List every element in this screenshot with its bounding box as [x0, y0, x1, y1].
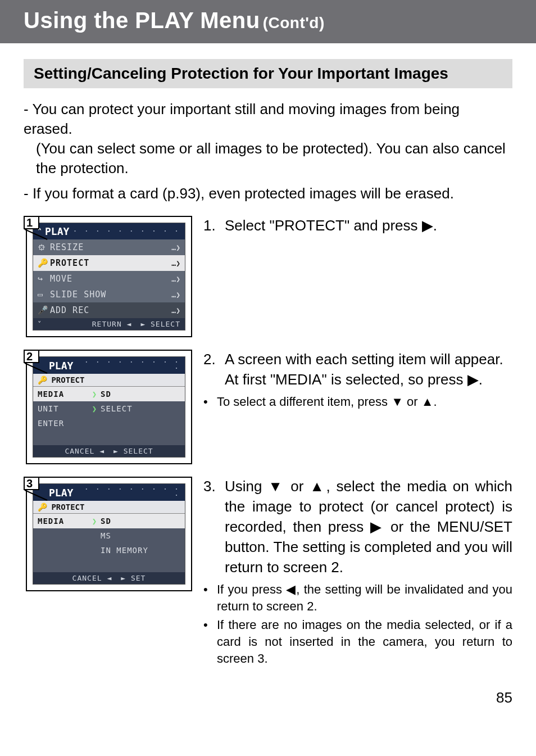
lcd2-header: PLAY · · · · · · · · · · [33, 357, 185, 374]
footer-cancel: CANCEL ◄ [65, 447, 105, 455]
footer-return: RETURN ◄ [92, 320, 132, 328]
key-icon: 🔑 [38, 503, 47, 511]
page-title-main: Using the PLAY Menu [24, 8, 260, 33]
row-label: MEDIA [38, 517, 88, 526]
blank-row [33, 431, 185, 445]
row-unit: UNIT ❯ SELECT [33, 401, 185, 416]
chevron-right-icon: ❯ [88, 404, 101, 413]
key-icon: 🔑 [38, 258, 50, 268]
footer-select: ► SELECT [113, 447, 153, 455]
screenshot-2-num: 2 [24, 350, 39, 363]
menu-label: SLIDE SHOW [50, 289, 171, 300]
step-1-text: Select "PROTECT" and press ▶. [225, 216, 512, 236]
row-value: SD [101, 517, 180, 526]
lcd3-footer: CANCEL ◄ ► SET [33, 572, 185, 584]
lcd3-dots-icon: · · · · · · · · · · [76, 486, 180, 499]
page-title-bar: Using the PLAY Menu (Cont'd) [0, 0, 536, 43]
lcd3-header: PLAY · · · · · · · · · · [33, 484, 185, 501]
intro-1b: (You can select some or all images to be… [24, 139, 512, 178]
menu-item-protect: 🔑 PROTECT …❯ [33, 255, 185, 271]
bullet-text: To select a different item, press ▼ or ▲… [217, 393, 512, 410]
lcd2-subheader: 🔑 PROTECT [33, 374, 185, 387]
slideshow-icon: ▭ [38, 289, 50, 300]
row-label: UNIT [38, 404, 88, 413]
lcd1-title: PLAY [45, 225, 69, 237]
menu-item-resize: ⯐ RESIZE …❯ [33, 239, 185, 255]
step-2-bullet-1: • To select a different item, press ▼ or… [203, 393, 512, 410]
submenu-chevron-icon: …❯ [171, 259, 180, 268]
row-value: SELECT [101, 404, 180, 413]
submenu-chevron-icon: …❯ [171, 306, 180, 315]
down-chevron-icon: ˅ [38, 320, 42, 328]
step-3-bullet-1: • If you press ◀, the setting will be in… [203, 581, 512, 614]
step-3-text: Using ▼ or ▲, select the media on which … [225, 477, 512, 577]
resize-icon: ⯐ [38, 242, 50, 252]
menu-label: MOVE [50, 274, 171, 284]
page-title-sub: (Cont'd) [263, 14, 325, 31]
row-media: MEDIA ❯ SD [33, 387, 185, 401]
lcd3-subheader: 🔑 PROTECT [33, 501, 185, 514]
blank-row [33, 558, 185, 572]
key-icon: 🔑 [38, 375, 47, 384]
menu-label: ADD REC [50, 305, 171, 315]
step-2-num: 2. [203, 350, 219, 390]
row-label: MEDIA [38, 390, 88, 399]
intro-paragraph-2: - If you format a card (p.93), even prot… [24, 184, 512, 203]
intro-paragraph-1: - You can protect your important still a… [24, 99, 512, 178]
row-value: MS [101, 531, 180, 540]
menu-item-slideshow: ▭ SLIDE SHOW …❯ [33, 287, 185, 302]
row-value: SD [101, 390, 180, 399]
row-value: IN MEMORY [101, 546, 180, 555]
screenshot-3: PLAY · · · · · · · · · · 🔑 PROTECT MEDIA… [26, 477, 192, 591]
screenshot-1-num: 1 [24, 216, 39, 229]
submenu-chevron-icon: …❯ [171, 243, 180, 252]
row-media: MEDIA ❯ SD [33, 514, 185, 528]
chevron-right-icon: ❯ [88, 390, 101, 399]
lcd2-subheader-text: PROTECT [51, 375, 84, 384]
mic-icon: 🎤 [38, 305, 50, 315]
lcd2-footer: CANCEL ◄ ► SELECT [33, 445, 185, 457]
footer-select: ► SELECT [140, 320, 180, 328]
screenshot-3-wrap: 3 PLAY · · · · · · · · · · 🔑 PROTECT [24, 477, 192, 667]
menu-label: PROTECT [50, 258, 171, 268]
screenshot-1: ˄ PLAY · · · · · · · · · · ⯐ RESIZE …❯ 🔑… [26, 216, 192, 337]
step-2-text: A screen with each setting item will app… [225, 350, 512, 390]
screenshot-2: PLAY · · · · · · · · · · 🔑 PROTECT MEDIA… [26, 350, 192, 464]
bullet-text: If you press ◀, the setting will be inva… [217, 581, 512, 614]
step-3-num: 3. [203, 477, 219, 577]
bullet-icon: • [203, 581, 211, 614]
lcd2-dots-icon: · · · · · · · · · · [76, 359, 180, 372]
row-ms: MS [33, 528, 185, 543]
intro-2: If you format a card (p.93), even protec… [33, 185, 454, 202]
lcd1-header: ˄ PLAY · · · · · · · · · · [33, 223, 185, 239]
step-3-bullet-2: • If there are no images on the media se… [203, 617, 512, 667]
step-2: 2. A screen with each setting item will … [203, 350, 512, 390]
chevron-right-icon: ❯ [88, 517, 101, 526]
lcd3-title: PLAY [49, 487, 73, 499]
section-heading: Setting/Canceling Protection for Your Im… [24, 59, 512, 88]
lcd1-footer: ˅ RETURN ◄ ► SELECT [33, 318, 185, 330]
footer-cancel: CANCEL ◄ [72, 574, 112, 582]
bullet-icon: • [203, 617, 211, 667]
submenu-chevron-icon: …❯ [171, 275, 180, 283]
lcd3-subheader-text: PROTECT [51, 503, 84, 511]
row-enter: ENTER [33, 416, 185, 431]
footer-set: ► SET [121, 574, 146, 582]
screenshot-3-num: 3 [24, 477, 39, 490]
bullet-text: If there are no images on the media sele… [217, 617, 512, 667]
menu-item-addrec: 🎤 ADD REC …❯ [33, 302, 185, 318]
step-3: 3. Using ▼ or ▲, select the media on whi… [203, 477, 512, 577]
row-label: ENTER [38, 419, 88, 428]
intro-1a: You can protect your important still and… [24, 101, 460, 137]
menu-item-move: ↪ MOVE …❯ [33, 271, 185, 287]
lcd2-title: PLAY [49, 360, 73, 372]
step-1: 1. Select "PROTECT" and press ▶. [203, 216, 512, 236]
menu-label: RESIZE [50, 242, 171, 252]
screenshot-2-wrap: 2 PLAY · · · · · · · · · · 🔑 PROTECT [24, 350, 192, 464]
lcd1-dots-icon: · · · · · · · · · · [72, 228, 180, 234]
screenshot-1-wrap: 1 ˄ PLAY · · · · · · · · · · ⯐ RESIZE …❯ [24, 216, 192, 337]
submenu-chevron-icon: …❯ [171, 291, 180, 299]
step-1-num: 1. [203, 216, 219, 236]
bullet-icon: • [203, 393, 211, 410]
move-icon: ↪ [38, 274, 50, 284]
